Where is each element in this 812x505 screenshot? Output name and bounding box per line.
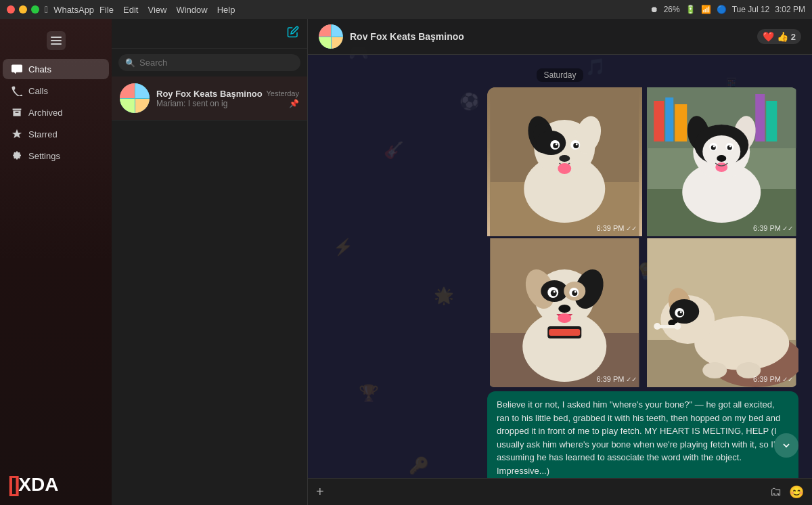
attach-button[interactable]: + [316, 484, 324, 500]
chat-name: Roy Fox Keats Başminoo [156, 89, 263, 99]
traffic-lights [7, 5, 39, 14]
minimize-button[interactable] [19, 5, 27, 14]
text-message: Believe it or not, I asked him "where's … [487, 391, 798, 478]
thumbs-reaction-icon: 👍 [777, 31, 788, 42]
chat-header-left: Rov Fox Keats Başminoo [319, 24, 464, 49]
photo-cell-1[interactable]: 6:39 PM ✓✓ [487, 87, 642, 236]
menu-window[interactable]: Window [176, 5, 207, 15]
sidebar-chats-label: Chats [28, 64, 51, 74]
svg-rect-23 [665, 97, 673, 141]
date-divider: Saturday [321, 68, 798, 81]
check-3: ✓✓ [626, 376, 637, 383]
header-avatar-c3 [319, 37, 331, 49]
close-button[interactable] [7, 5, 15, 14]
svg-rect-2 [51, 43, 62, 45]
avatar-inner [120, 83, 150, 113]
photo-cell-2[interactable]: 6:39 PM ✓✓ [644, 87, 799, 236]
chat-list-header [112, 19, 307, 49]
app-name-label: WhatsApp [53, 5, 94, 15]
dog-photo-2 [644, 87, 799, 236]
date-divider-text: Saturday [537, 68, 583, 82]
dog-svg-4 [644, 238, 799, 387]
photo-grid-message: 6:39 PM ✓✓ [487, 87, 798, 387]
chat-time: Yesterday [266, 89, 299, 97]
svg-point-40 [715, 162, 727, 172]
xda-text: XDA [18, 474, 58, 496]
maximize-button[interactable] [31, 5, 39, 14]
chat-header-avatar [319, 24, 343, 49]
svg-point-39 [717, 155, 726, 162]
svg-rect-45 [549, 329, 580, 336]
menu-help[interactable]: Help [217, 5, 235, 15]
svg-point-58 [558, 313, 571, 323]
sidebar-item-chats[interactable]: Chats [3, 59, 109, 79]
timestamp-text-2: 6:39 PM [753, 224, 781, 232]
svg-point-71 [654, 323, 660, 330]
avatar-cell-2 [135, 83, 150, 98]
svg-rect-22 [654, 101, 664, 141]
check-2: ✓✓ [782, 225, 793, 232]
sticker-icon[interactable]: 🗂 [770, 485, 782, 499]
dog-svg-1 [487, 87, 642, 236]
svg-rect-0 [51, 37, 62, 38]
svg-point-55 [554, 291, 556, 293]
title-bar:  WhatsApp File Edit View Window Help ⏺ … [0, 0, 812, 19]
battery-icon: 🔋 [685, 5, 696, 14]
xda-bracket: [] [8, 472, 17, 497]
phone-icon [11, 85, 23, 97]
avatar [120, 83, 150, 113]
chat-header: Rov Fox Keats Başminoo ❤️ 👍 2 [308, 19, 812, 55]
search-wrapper[interactable]: 🔍 [118, 54, 300, 71]
messages-area[interactable]: Saturday [308, 55, 812, 478]
date-time: Tue Jul 12 [732, 5, 770, 14]
scroll-down-button[interactable] [774, 433, 798, 458]
chat-name-row: Roy Fox Keats Başminoo Yesterday [156, 89, 299, 99]
avatar-cell-1 [120, 83, 135, 98]
search-bar: 🔍 [112, 49, 307, 76]
chat-info: Roy Fox Keats Başminoo Yesterday Mariam:… [156, 89, 299, 108]
gear-icon [11, 150, 23, 162]
photo-timestamp-2: 6:39 PM ✓✓ [753, 224, 793, 232]
sidebar-archived-label: Archived [28, 108, 63, 118]
sidebar-item-starred[interactable]: Starred [3, 124, 109, 144]
avatar-cell-4 [135, 99, 150, 114]
sidebar-toggle-button[interactable] [47, 31, 66, 50]
svg-point-53 [551, 290, 557, 297]
sidebar-item-calls[interactable]: Calls [3, 81, 109, 101]
header-avatar-c4 [332, 37, 344, 49]
photo-grid: 6:39 PM ✓✓ [487, 87, 798, 387]
dog-photo-3 [487, 238, 642, 387]
svg-rect-25 [755, 94, 765, 141]
photo-cell-3[interactable]: 6:39 PM ✓✓ [487, 238, 642, 387]
chat-preview-row: Mariam: I sent on ig 📌 [156, 99, 299, 108]
menu-edit[interactable]: Edit [123, 5, 138, 15]
chat-preview-text: Mariam: I sent on ig [156, 99, 227, 108]
dog-photo-4 [644, 238, 799, 387]
search-input[interactable] [139, 58, 294, 68]
message-input[interactable] [331, 487, 763, 498]
menu-file[interactable]: File [99, 5, 114, 15]
photo-timestamp-3: 6:39 PM ✓✓ [597, 375, 637, 383]
recording-icon: ⏺ [650, 5, 658, 14]
chat-header-right: ❤️ 👍 2 [757, 29, 801, 44]
new-chat-button[interactable] [287, 26, 299, 41]
battery-percent: 26% [664, 5, 680, 14]
photo-timestamp-4: 6:39 PM ✓✓ [753, 375, 793, 383]
svg-point-68 [679, 311, 681, 313]
sidebar-settings-label: Settings [28, 151, 60, 161]
xda-logo: [] XDA [0, 464, 112, 505]
sidebar-item-archived[interactable]: Archived [3, 102, 109, 123]
svg-rect-24 [675, 104, 687, 141]
menu-view[interactable]: View [148, 5, 166, 15]
check-1: ✓✓ [626, 225, 637, 232]
reaction-count: 2 [791, 32, 796, 42]
photo-cell-4[interactable]: 6:39 PM ✓✓ [644, 238, 799, 387]
dog-svg-3 [487, 238, 642, 387]
svg-point-16 [576, 144, 578, 146]
sidebar-item-settings[interactable]: Settings [3, 146, 109, 166]
timestamp-text-4: 6:39 PM [753, 375, 781, 383]
input-bar: + 🗂 😊 [308, 478, 812, 505]
chat-list-item[interactable]: Roy Fox Keats Başminoo Yesterday Mariam:… [112, 76, 307, 120]
emoji-icon[interactable]: 😊 [789, 485, 804, 500]
text-bubble: Believe it or not, I asked him "where's … [487, 391, 798, 478]
